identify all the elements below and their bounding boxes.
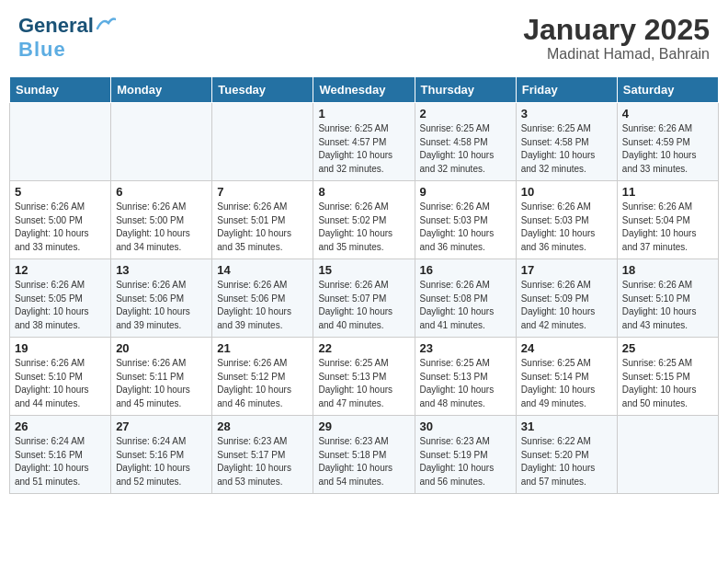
day-number: 17 bbox=[521, 263, 612, 277]
day-info: Sunrise: 6:26 AM Sunset: 5:00 PM Dayligh… bbox=[15, 201, 106, 254]
calendar-cell: 11Sunrise: 6:26 AM Sunset: 5:04 PM Dayli… bbox=[617, 181, 718, 259]
calendar-cell: 6Sunrise: 6:26 AM Sunset: 5:00 PM Daylig… bbox=[111, 181, 212, 259]
day-info: Sunrise: 6:25 AM Sunset: 5:15 PM Dayligh… bbox=[622, 357, 713, 410]
calendar-cell: 23Sunrise: 6:25 AM Sunset: 5:13 PM Dayli… bbox=[415, 338, 516, 416]
day-number: 24 bbox=[521, 341, 612, 355]
day-info: Sunrise: 6:26 AM Sunset: 5:00 PM Dayligh… bbox=[116, 201, 207, 254]
day-number: 29 bbox=[318, 419, 409, 433]
day-info: Sunrise: 6:25 AM Sunset: 4:57 PM Dayligh… bbox=[318, 122, 409, 176]
day-info: Sunrise: 6:26 AM Sunset: 5:08 PM Dayligh… bbox=[420, 279, 511, 332]
day-number: 9 bbox=[420, 185, 511, 199]
day-number: 19 bbox=[15, 341, 106, 355]
day-info: Sunrise: 6:25 AM Sunset: 4:58 PM Dayligh… bbox=[420, 122, 511, 176]
day-number: 18 bbox=[622, 263, 713, 277]
calendar-week-row: 1Sunrise: 6:25 AM Sunset: 4:57 PM Daylig… bbox=[10, 103, 719, 181]
day-number: 8 bbox=[318, 185, 409, 199]
page-header: General Blue January 2025 Madinat Hamad,… bbox=[9, 9, 719, 67]
calendar-week-row: 12Sunrise: 6:26 AM Sunset: 5:05 PM Dayli… bbox=[10, 259, 719, 338]
day-number: 30 bbox=[420, 419, 511, 433]
day-number: 10 bbox=[521, 185, 612, 199]
calendar-cell: 8Sunrise: 6:26 AM Sunset: 5:02 PM Daylig… bbox=[313, 181, 415, 259]
day-number: 22 bbox=[318, 341, 409, 355]
calendar-body: 1Sunrise: 6:25 AM Sunset: 4:57 PM Daylig… bbox=[10, 103, 719, 494]
day-info: Sunrise: 6:26 AM Sunset: 5:05 PM Dayligh… bbox=[15, 279, 106, 332]
day-info: Sunrise: 6:25 AM Sunset: 5:14 PM Dayligh… bbox=[521, 357, 612, 410]
calendar-cell bbox=[212, 103, 313, 181]
calendar-cell: 31Sunrise: 6:22 AM Sunset: 5:20 PM Dayli… bbox=[516, 416, 617, 494]
calendar-cell: 16Sunrise: 6:26 AM Sunset: 5:08 PM Dayli… bbox=[415, 259, 516, 338]
day-info: Sunrise: 6:26 AM Sunset: 5:10 PM Dayligh… bbox=[15, 357, 106, 410]
day-info: Sunrise: 6:26 AM Sunset: 5:02 PM Dayligh… bbox=[318, 201, 409, 254]
calendar-cell: 2Sunrise: 6:25 AM Sunset: 4:58 PM Daylig… bbox=[415, 103, 516, 181]
day-number: 16 bbox=[420, 263, 511, 277]
calendar-cell: 4Sunrise: 6:26 AM Sunset: 4:59 PM Daylig… bbox=[617, 103, 718, 181]
calendar-cell: 9Sunrise: 6:26 AM Sunset: 5:03 PM Daylig… bbox=[415, 181, 516, 259]
calendar-cell: 7Sunrise: 6:26 AM Sunset: 5:01 PM Daylig… bbox=[212, 181, 313, 259]
day-number: 31 bbox=[521, 419, 612, 433]
weekday-header-tuesday: Tuesday bbox=[212, 77, 313, 103]
day-info: Sunrise: 6:26 AM Sunset: 5:03 PM Dayligh… bbox=[521, 201, 612, 254]
calendar-cell bbox=[10, 103, 111, 181]
calendar-cell: 28Sunrise: 6:23 AM Sunset: 5:17 PM Dayli… bbox=[212, 416, 313, 494]
day-number: 3 bbox=[521, 107, 612, 121]
day-number: 25 bbox=[622, 341, 713, 355]
day-info: Sunrise: 6:26 AM Sunset: 5:06 PM Dayligh… bbox=[116, 279, 207, 332]
calendar-cell bbox=[617, 416, 718, 494]
weekday-header-sunday: Sunday bbox=[10, 77, 111, 103]
day-number: 15 bbox=[318, 263, 409, 277]
logo: General Blue bbox=[18, 14, 116, 62]
weekday-header-saturday: Saturday bbox=[617, 77, 718, 103]
calendar-cell: 5Sunrise: 6:26 AM Sunset: 5:00 PM Daylig… bbox=[10, 181, 111, 259]
calendar-cell: 18Sunrise: 6:26 AM Sunset: 5:10 PM Dayli… bbox=[617, 259, 718, 338]
logo-blue: Blue bbox=[18, 38, 66, 61]
calendar-week-row: 19Sunrise: 6:26 AM Sunset: 5:10 PM Dayli… bbox=[10, 338, 719, 416]
calendar-cell: 1Sunrise: 6:25 AM Sunset: 4:57 PM Daylig… bbox=[313, 103, 415, 181]
day-info: Sunrise: 6:26 AM Sunset: 5:01 PM Dayligh… bbox=[217, 201, 308, 254]
day-info: Sunrise: 6:26 AM Sunset: 5:06 PM Dayligh… bbox=[217, 279, 308, 332]
day-number: 5 bbox=[15, 185, 106, 199]
day-info: Sunrise: 6:26 AM Sunset: 5:10 PM Dayligh… bbox=[622, 279, 713, 332]
day-number: 11 bbox=[622, 185, 713, 199]
weekday-header-wednesday: Wednesday bbox=[313, 77, 415, 103]
day-number: 27 bbox=[116, 419, 207, 433]
logo-bird-icon bbox=[96, 16, 116, 32]
day-number: 23 bbox=[420, 341, 511, 355]
day-info: Sunrise: 6:23 AM Sunset: 5:19 PM Dayligh… bbox=[420, 435, 511, 488]
logo-general: General bbox=[18, 14, 94, 38]
day-number: 13 bbox=[116, 263, 207, 277]
calendar-cell: 24Sunrise: 6:25 AM Sunset: 5:14 PM Dayli… bbox=[516, 338, 617, 416]
calendar-week-row: 26Sunrise: 6:24 AM Sunset: 5:16 PM Dayli… bbox=[10, 416, 719, 494]
day-info: Sunrise: 6:26 AM Sunset: 4:59 PM Dayligh… bbox=[622, 122, 713, 176]
calendar-week-row: 5Sunrise: 6:26 AM Sunset: 5:00 PM Daylig… bbox=[10, 181, 719, 259]
day-number: 4 bbox=[622, 107, 713, 121]
weekday-header-friday: Friday bbox=[516, 77, 617, 103]
calendar-title-block: January 2025 Madinat Hamad, Bahrain bbox=[523, 14, 710, 63]
day-info: Sunrise: 6:23 AM Sunset: 5:17 PM Dayligh… bbox=[217, 435, 308, 488]
day-info: Sunrise: 6:26 AM Sunset: 5:03 PM Dayligh… bbox=[420, 201, 511, 254]
day-info: Sunrise: 6:24 AM Sunset: 5:16 PM Dayligh… bbox=[116, 435, 207, 488]
day-number: 2 bbox=[420, 107, 511, 121]
calendar-cell: 15Sunrise: 6:26 AM Sunset: 5:07 PM Dayli… bbox=[313, 259, 415, 338]
day-number: 1 bbox=[318, 107, 409, 121]
weekday-header-monday: Monday bbox=[111, 77, 212, 103]
calendar-cell: 3Sunrise: 6:25 AM Sunset: 4:58 PM Daylig… bbox=[516, 103, 617, 181]
month-title: January 2025 bbox=[523, 14, 710, 46]
calendar-cell: 14Sunrise: 6:26 AM Sunset: 5:06 PM Dayli… bbox=[212, 259, 313, 338]
day-number: 20 bbox=[116, 341, 207, 355]
calendar-cell: 27Sunrise: 6:24 AM Sunset: 5:16 PM Dayli… bbox=[111, 416, 212, 494]
day-info: Sunrise: 6:25 AM Sunset: 5:13 PM Dayligh… bbox=[420, 357, 511, 410]
location-title: Madinat Hamad, Bahrain bbox=[523, 46, 710, 63]
day-info: Sunrise: 6:24 AM Sunset: 5:16 PM Dayligh… bbox=[15, 435, 106, 488]
day-number: 14 bbox=[217, 263, 308, 277]
calendar-cell: 19Sunrise: 6:26 AM Sunset: 5:10 PM Dayli… bbox=[10, 338, 111, 416]
day-number: 28 bbox=[217, 419, 308, 433]
day-number: 7 bbox=[217, 185, 308, 199]
calendar-cell: 22Sunrise: 6:25 AM Sunset: 5:13 PM Dayli… bbox=[313, 338, 415, 416]
day-number: 6 bbox=[116, 185, 207, 199]
calendar-cell: 12Sunrise: 6:26 AM Sunset: 5:05 PM Dayli… bbox=[10, 259, 111, 338]
calendar-cell: 29Sunrise: 6:23 AM Sunset: 5:18 PM Dayli… bbox=[313, 416, 415, 494]
calendar-cell: 13Sunrise: 6:26 AM Sunset: 5:06 PM Dayli… bbox=[111, 259, 212, 338]
weekday-header-thursday: Thursday bbox=[415, 77, 516, 103]
day-info: Sunrise: 6:25 AM Sunset: 5:13 PM Dayligh… bbox=[318, 357, 409, 410]
calendar-cell bbox=[111, 103, 212, 181]
